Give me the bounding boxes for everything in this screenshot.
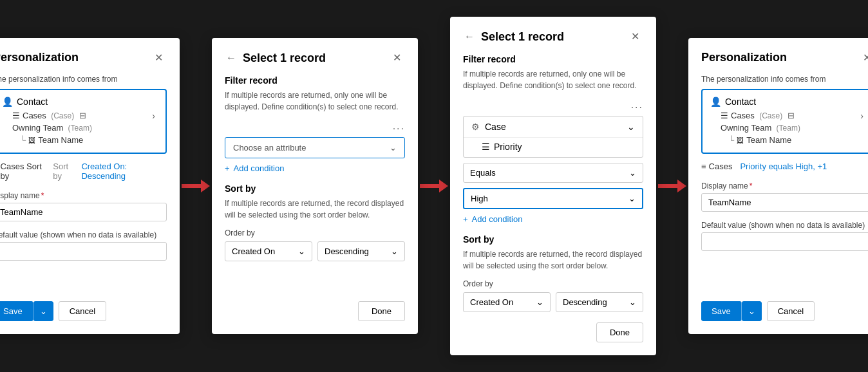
add-condition-2[interactable]: + Add condition: [463, 214, 643, 224]
arrow-head-2: [439, 180, 448, 192]
filter-header-left-1: ← Select 1 record: [225, 51, 326, 65]
order-dir-select-2[interactable]: Descending ⌄: [556, 292, 643, 312]
high-chevron-2: ⌄: [628, 194, 636, 203]
image-icon-1: 🖼: [28, 136, 35, 144]
filter-description-1: If multiple records are returned, only o…: [225, 89, 405, 113]
add-condition-text-2: Add condition: [472, 214, 523, 224]
priority-list-icon-2: ☰: [482, 142, 490, 152]
order-by-value-2: Created On: [470, 297, 513, 307]
back-button-1[interactable]: ←: [225, 51, 238, 65]
arrow-shaft-2: [420, 184, 439, 188]
panel-header-2: Personalization ✕: [701, 51, 868, 64]
high-field-2[interactable]: High ⌄: [463, 188, 643, 209]
done-container-2: Done: [463, 322, 643, 342]
red-arrow-2: [420, 180, 448, 192]
person-icon-1: 👤: [2, 97, 13, 107]
cases-sort-icon-2: ⊟: [788, 111, 795, 120]
image-icon-2: 🖼: [737, 136, 744, 144]
back-button-2[interactable]: ←: [463, 30, 476, 44]
tree-branch-icon-1: └: [20, 135, 26, 145]
personalization-panel-2: Personalization ✕ The personalization in…: [688, 38, 868, 334]
cases-type-2: (Case): [757, 111, 782, 120]
filter-link-2[interactable]: Priority equals High, +1: [740, 162, 827, 171]
save-caret-button-2[interactable]: ⌄: [742, 301, 762, 321]
default-value-input-2[interactable]: [701, 232, 868, 251]
cases-label-1: Cases: [23, 111, 46, 120]
default-value-label-1: Default value (shown when no data is ava…: [0, 230, 167, 239]
filter-description-2: If multiple records are returned, only o…: [463, 68, 643, 91]
contact-name-1: Contact: [17, 97, 48, 107]
done-button-2[interactable]: Done: [596, 322, 643, 342]
team-name-label-1: Team Name: [38, 135, 83, 145]
gear-icon-2: ⚙: [471, 122, 480, 132]
owning-team-type-1: (Team): [66, 124, 92, 133]
done-container-1: Done: [225, 301, 405, 321]
red-arrow-3: [658, 180, 686, 192]
owning-team-item-2: Owning Team (Team): [710, 122, 866, 134]
close-button-2[interactable]: ✕: [859, 51, 868, 64]
filter-close-1[interactable]: ✕: [389, 51, 405, 64]
case-attr-header-left-2: ⚙ Case: [471, 122, 506, 132]
cases-tree-item-2[interactable]: ☰ Cases (Case) ⊟: [710, 109, 853, 122]
order-row-2: Created On ⌄ Descending ⌄: [463, 292, 643, 312]
attribute-placeholder-1: Choose an attribute: [233, 143, 306, 153]
priority-label-2: Priority: [494, 142, 522, 152]
equals-chevron-2: ⌄: [629, 168, 636, 178]
tree-branch-icon-2: └: [728, 135, 734, 145]
attribute-select-1[interactable]: Choose an attribute ⌄: [225, 137, 405, 158]
add-condition-1[interactable]: + Add condition: [225, 163, 405, 173]
btn-row-2: Save ⌄ Cancel: [701, 291, 868, 321]
display-name-input-1[interactable]: [0, 203, 167, 221]
arrow-3: [656, 180, 688, 192]
section-label-1: The personalization info comes from: [0, 75, 167, 84]
case-attr-box-2: ⚙ Case ⌄ ☰ Priority: [463, 116, 643, 158]
cancel-button-2[interactable]: Cancel: [767, 301, 815, 321]
filter-panel-2: ← Select 1 record ✕ Filter record If mul…: [450, 17, 656, 355]
cases-text-2: Cases: [709, 162, 733, 171]
filter-link-1[interactable]: Created On: Descending: [81, 162, 167, 181]
arrow-head-1: [201, 180, 210, 192]
case-sub-row-2: ☰ Priority: [464, 137, 643, 157]
dots-menu-2: ···: [463, 102, 643, 113]
panel-title-1: Personalization: [0, 51, 79, 64]
sort-description-1: If multiple records are returned, the re…: [225, 198, 405, 221]
done-button-1[interactable]: Done: [358, 301, 405, 321]
filter-row-1[interactable]: ≡ Cases Sort by Sort by Created On: Desc…: [0, 162, 167, 181]
contact-row-2: 👤 Contact: [710, 97, 866, 107]
default-value-input-1[interactable]: [0, 242, 167, 261]
display-name-label-2: Display name *: [701, 181, 868, 191]
attribute-chevron-1: ⌄: [390, 143, 397, 153]
order-dir-select-1[interactable]: Descending ⌄: [317, 241, 405, 261]
default-value-group-2: Default value (shown when no data is ava…: [701, 221, 868, 251]
order-by-label-1: Order by: [225, 228, 405, 237]
cases-text-1: Cases Sort by: [1, 162, 50, 181]
equals-field-2[interactable]: Equals ⌄: [463, 163, 643, 183]
team-name-item-1: └ 🖼 Team Name: [2, 134, 158, 146]
save-button-2[interactable]: Save: [701, 301, 742, 321]
order-by-value-1: Created On: [232, 246, 275, 256]
owning-team-label-2: Owning Team: [721, 123, 771, 133]
cases-tree-item-1[interactable]: ☰ Cases (Case) ⊟: [2, 109, 145, 122]
dots-button-2[interactable]: ···: [631, 102, 643, 113]
team-name-item-2: └ 🖼 Team Name: [710, 134, 866, 146]
filter-close-2[interactable]: ✕: [627, 30, 643, 43]
required-star-2: *: [750, 181, 753, 191]
display-name-input-2[interactable]: [701, 193, 868, 212]
filter-row-2[interactable]: ≡ Cases Priority equals High, +1: [701, 162, 868, 171]
contact-name-2: Contact: [725, 97, 756, 107]
save-caret-button-1[interactable]: ⌄: [33, 301, 53, 321]
contact-row-1: 👤 Contact: [2, 97, 158, 107]
dots-button-1[interactable]: ···: [393, 123, 405, 135]
cancel-button-1[interactable]: Cancel: [59, 301, 106, 321]
order-row-1: Created On ⌄ Descending ⌄: [225, 241, 405, 261]
order-by-select-2[interactable]: Created On ⌄: [463, 292, 551, 312]
close-button-1[interactable]: ✕: [151, 51, 167, 64]
order-by-select-1[interactable]: Created On ⌄: [225, 241, 312, 261]
save-button-1[interactable]: Save: [0, 301, 33, 321]
order-dir-value-1: Descending: [325, 246, 369, 256]
dots-menu-1: ···: [225, 123, 405, 135]
contact-box-2: 👤 Contact ☰ Cases (Case) ⊟ › Owning Team…: [701, 89, 868, 154]
panel-title-2: Personalization: [701, 51, 787, 64]
display-name-label-1: Display name *: [0, 191, 167, 200]
case-attr-header-2[interactable]: ⚙ Case ⌄: [464, 116, 643, 137]
